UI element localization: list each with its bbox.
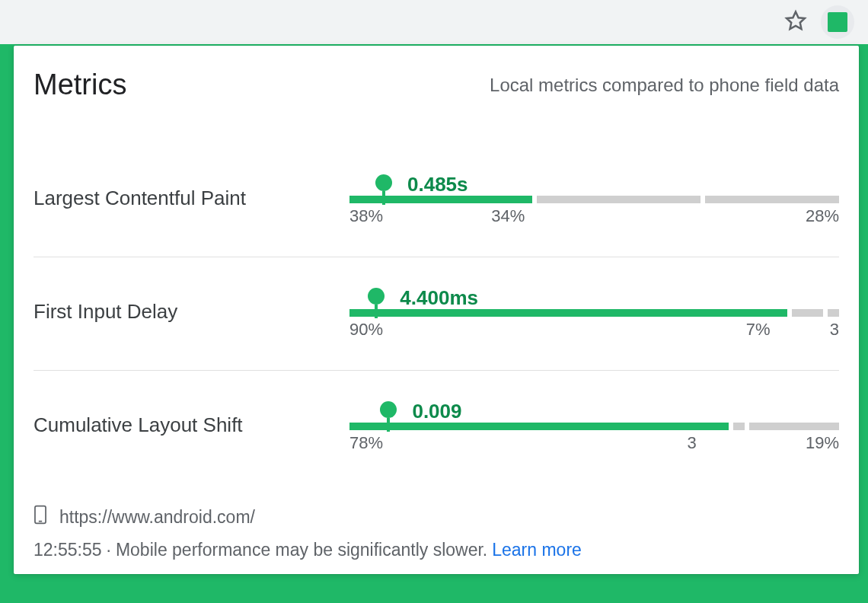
popup-title: Metrics bbox=[34, 69, 126, 101]
marker-dot-icon bbox=[368, 288, 385, 305]
metric-row: First Input Delay4.400ms90%7%3 bbox=[34, 257, 839, 371]
seg-label-mid: 7% bbox=[746, 320, 771, 340]
seg-label-poor: 19% bbox=[806, 433, 839, 453]
seg-label-good: 78% bbox=[349, 433, 383, 453]
bar-segment-poor bbox=[705, 196, 839, 203]
metric-value: 0.485s bbox=[407, 173, 468, 196]
extension-badge[interactable] bbox=[821, 5, 854, 39]
marker-dot-icon bbox=[380, 401, 397, 418]
marker-stem bbox=[387, 418, 390, 432]
separator-dot: · bbox=[107, 540, 111, 560]
metric-bar: 0.00978%319% bbox=[349, 398, 839, 451]
metric-value: 4.400ms bbox=[400, 286, 478, 310]
footer-row: 12:55:55 · Mobile performance may be sig… bbox=[34, 540, 839, 560]
svg-marker-0 bbox=[787, 12, 805, 30]
extension-status-icon bbox=[828, 12, 847, 32]
popup-header: Metrics Local metrics compared to phone … bbox=[34, 69, 839, 101]
bar-segment-good bbox=[349, 309, 787, 317]
seg-label-good: 90% bbox=[349, 320, 383, 340]
bar-segment-poor bbox=[749, 423, 839, 430]
metric-marker: 0.009 bbox=[380, 401, 397, 432]
metric-value: 0.009 bbox=[412, 400, 461, 423]
metric-label: Largest Contentful Paint bbox=[34, 187, 349, 210]
seg-label-mid: 3 bbox=[688, 433, 697, 453]
web-vitals-popup: Metrics Local metrics compared to phone … bbox=[14, 46, 859, 574]
bar-segment-poor bbox=[828, 309, 839, 317]
marker-dot-icon bbox=[375, 174, 392, 191]
seg-label-mid: 34% bbox=[491, 206, 525, 226]
metric-label: Cumulative Layout Shift bbox=[34, 413, 349, 437]
seg-label-poor: 28% bbox=[806, 206, 839, 226]
url-row: https://www.android.com/ bbox=[34, 505, 839, 529]
marker-stem bbox=[375, 305, 378, 318]
page-url: https://www.android.com/ bbox=[59, 507, 255, 528]
metric-row: Largest Contentful Paint0.485s38%34%28% bbox=[34, 144, 839, 257]
marker-stem bbox=[382, 191, 385, 205]
timestamp: 12:55:55 bbox=[34, 540, 102, 560]
bar-segment-good bbox=[349, 423, 729, 430]
metric-marker: 4.400ms bbox=[368, 288, 385, 318]
popup-subtitle: Local metrics compared to phone field da… bbox=[490, 75, 839, 96]
bar-segment-mid bbox=[537, 196, 700, 203]
bar-segment-mid bbox=[792, 309, 823, 317]
seg-label-poor: 3 bbox=[830, 320, 839, 340]
metric-row: Cumulative Layout Shift0.00978%319% bbox=[34, 371, 839, 483]
seg-label-good: 38% bbox=[349, 206, 383, 226]
metric-bar: 0.485s38%34%28% bbox=[349, 171, 839, 225]
bookmark-star-icon[interactable] bbox=[784, 9, 807, 35]
phone-icon bbox=[34, 505, 47, 529]
learn-more-link[interactable]: Learn more bbox=[492, 540, 582, 560]
metric-marker: 0.485s bbox=[375, 174, 392, 205]
browser-toolbar bbox=[0, 0, 868, 44]
metric-bar: 4.400ms90%7%3 bbox=[349, 285, 839, 338]
metric-label: First Input Delay bbox=[34, 300, 349, 324]
bar-segment-mid bbox=[733, 423, 745, 430]
footer-warning: Mobile performance may be significantly … bbox=[116, 540, 487, 560]
